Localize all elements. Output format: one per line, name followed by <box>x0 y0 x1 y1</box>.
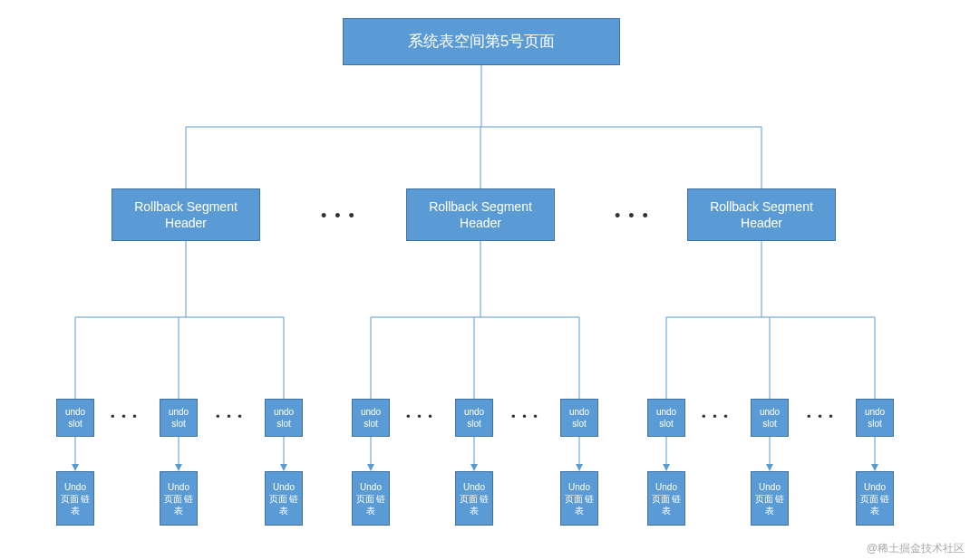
svg-marker-23 <box>175 464 182 471</box>
root-node: 系统表空间第5号页面 <box>343 18 620 65</box>
svg-marker-35 <box>766 464 773 471</box>
undo-slot: undo slot <box>56 399 94 437</box>
undo-page-list: Undo 页面 链表 <box>265 471 303 526</box>
rollback-header-label: Rollback Segment Header <box>412 198 548 231</box>
undo-slot: undo slot <box>265 399 303 437</box>
svg-marker-29 <box>470 464 478 471</box>
svg-marker-25 <box>280 464 287 471</box>
header-ellipsis-2: • • • <box>615 207 650 226</box>
slot-ellipsis: • • • <box>807 410 835 423</box>
undo-slot: undo slot <box>647 399 685 437</box>
undo-slot: undo slot <box>352 399 390 437</box>
rollback-header-label: Rollback Segment Header <box>118 198 254 231</box>
rollback-header-1: Rollback Segment Header <box>112 188 260 241</box>
undo-page-list: Undo 页面 链表 <box>160 471 198 526</box>
header-ellipsis-1: • • • <box>321 207 356 226</box>
undo-page-list: Undo 页面 链表 <box>751 471 789 526</box>
rollback-header-3: Rollback Segment Header <box>687 188 836 241</box>
undo-page-list: Undo 页面 链表 <box>56 471 94 526</box>
undo-slot: undo slot <box>160 399 198 437</box>
slot-ellipsis: • • • <box>702 410 730 423</box>
svg-marker-37 <box>871 464 878 471</box>
undo-slot: undo slot <box>856 399 894 437</box>
svg-marker-21 <box>72 464 79 471</box>
root-label: 系统表空间第5号页面 <box>408 32 555 52</box>
slot-ellipsis: • • • <box>216 410 244 423</box>
watermark: @稀土掘金技术社区 <box>867 541 965 556</box>
rollback-header-label: Rollback Segment Header <box>694 198 829 231</box>
undo-page-list: Undo 页面 链表 <box>560 471 598 526</box>
slot-ellipsis: • • • <box>406 410 434 423</box>
undo-slot: undo slot <box>455 399 493 437</box>
svg-marker-31 <box>576 464 583 471</box>
undo-page-list: Undo 页面 链表 <box>352 471 390 526</box>
slot-ellipsis: • • • <box>511 410 539 423</box>
slot-ellipsis: • • • <box>111 410 139 423</box>
svg-marker-27 <box>367 464 374 471</box>
undo-slot: undo slot <box>560 399 598 437</box>
undo-page-list: Undo 页面 链表 <box>856 471 894 526</box>
undo-slot: undo slot <box>751 399 789 437</box>
rollback-header-2: Rollback Segment Header <box>406 188 555 241</box>
undo-page-list: Undo 页面 链表 <box>455 471 493 526</box>
svg-marker-33 <box>663 464 670 471</box>
undo-page-list: Undo 页面 链表 <box>647 471 685 526</box>
